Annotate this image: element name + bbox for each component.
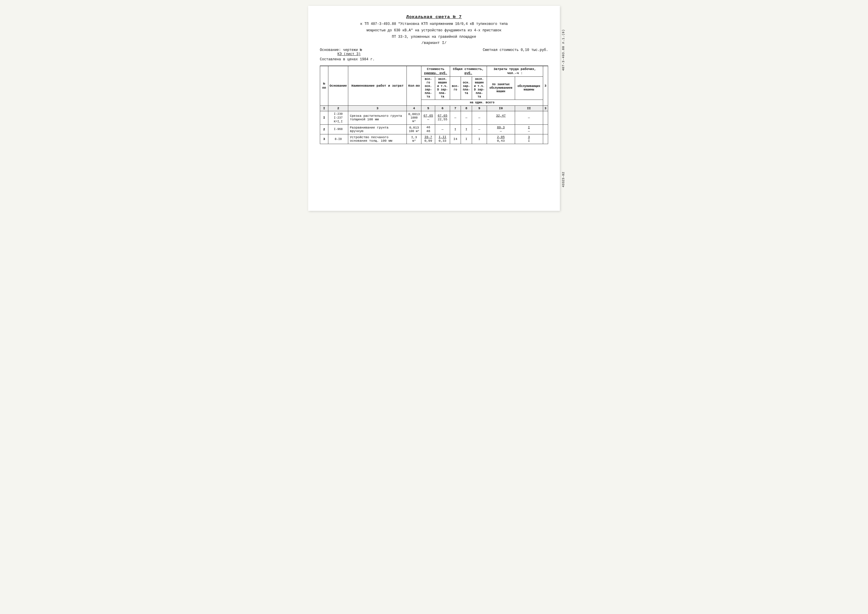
th-sbor: Сбщая стоимость,руб. [450,66,487,76]
col-num-10: I0 [487,106,515,111]
col-num-5: 5 [422,106,435,111]
row3-col6: I,II 0,33 [435,134,450,144]
row3-col8: I [461,134,472,144]
row2-col7: I [450,124,461,134]
compiled-label: Составлена в ценах 1984 г. [320,58,548,62]
col-num-8: 8 [461,106,472,111]
row3-col9: I [472,134,487,144]
row3-osnov: 8-I0 [329,134,348,144]
meta-row: Основание: чертежи № КЭ (лист 3) Сметная… [320,48,548,56]
th-naim: Наименование работ и затрат [348,66,407,106]
th-naed-vsego: на один. всего [422,99,543,106]
subtitle-line3: ПТ 33-3, уложенных на гравийной площадке [320,34,548,39]
row3-col11: 3 I [515,134,543,144]
main-table: №пп Основание Наименование работ и затра… [320,65,548,144]
th-col7-sub: все-го [450,76,461,99]
document-header: Локальная смета № 7 к ТП 407-3-493.88 "У… [320,15,548,45]
row2-col10: 89,3 — [487,124,515,134]
row1-col8: — [461,111,472,124]
row2-col12 [543,124,548,134]
row2-col5: 46 46 [422,124,435,134]
side-label-bottom: 43323-82 [562,172,565,187]
row1-col10: 32,47 [487,111,515,124]
subtitle-line1: к ТП 407-3-493.88 "Установка КТП напряже… [320,21,548,26]
col-num-1: I [320,106,329,111]
row2-nn: 2 [320,124,329,134]
th-col5-sub: все-гоосн.зар-пла-та [422,76,435,99]
col-num-4: 4 [407,106,422,111]
col-num-2: 2 [329,106,348,111]
subtitle-line2: мощностью до 630 кВ.А" на устройство фун… [320,28,548,33]
col-num-6: 6 [435,106,450,111]
variant-label: /вариант I/ [320,41,548,45]
document-page: 407-3-493.88 л.1.(8) 43323-82 Локальная … [308,6,560,211]
row3-col7: I4 [450,134,461,144]
th-zatr: Затраты труда рабочих,чол.-ч : [487,66,543,76]
osnov-label: Основание: чертежи № [320,48,362,52]
row3-kol: I,3м³ [407,134,422,144]
th-sum: 3 [543,66,548,106]
table-row: 3 8-I0 Устройство песчаногооснования тол… [320,134,548,144]
row2-kol: 0,013100 м³ [407,124,422,134]
document-title: Локальная смета № 7 [320,15,548,20]
th-stoimost: Стоимостьединиц. руб. [422,66,450,76]
table-row: 2 I-968 Разравнивание грунтавручную 0,01… [320,124,548,134]
row1-kol: 0,00131000 м³ [407,111,422,124]
side-label-top: 407-3-493.88 л.1.(8) [562,29,565,71]
row3-col10: 2,05 0,43 [487,134,515,144]
th-col9-sub: эксп.машини т.ч.D зар-пла-та [472,76,487,99]
th-osnov: Основание [329,66,348,106]
col-num-3: 3 [348,106,407,111]
row1-col5: 67,65 — [422,111,435,124]
stoimost-label: Сметная стоимость 0,10 тыс.руб. [483,48,548,56]
row2-osnov: I-968 [329,124,348,134]
col-num-3b: 3 [543,106,548,111]
th-col10-sub: по занятыхобслуживаниеммашин [487,76,515,99]
row3-col12 [543,134,548,144]
row1-col9: — [472,111,487,124]
col-num-9: 9 [472,106,487,111]
meta-left: Основание: чертежи № КЭ (лист 3) [320,48,362,56]
row1-col11: — [515,111,543,124]
row3-naim: Устройство песчаногооснования толщ. 100 … [348,134,407,144]
row1-osnov: I-230I-237K=I,I [329,111,348,124]
col-num-7: 7 [450,106,461,111]
row1-nn: I [320,111,329,124]
row2-col9: — [472,124,487,134]
row1-col6: 67,65 22,55 [435,111,450,124]
row1-col7: — [450,111,461,124]
th-col6-sub: эксп.машини т.ч.D зар-пла-та [435,76,450,99]
row3-col5: I0,7 0,99 [422,134,435,144]
table-row: I I-230I-237K=I,I Срезка растительного г… [320,111,548,124]
row2-col11: I — [515,124,543,134]
osnov-value: КЭ (лист 3) [338,52,362,56]
row3-nn: 3 [320,134,329,144]
th-col8-sub: осн.зар-пла-та [461,76,472,99]
row2-col8: I [461,124,472,134]
row1-col12 [543,111,548,124]
th-kol: Кол-во [407,66,422,106]
th-nn: №пп [320,66,329,106]
th-col11-sub: обслуживающихмашины [515,76,543,99]
row2-naim: Разравнивание грунтавручную [348,124,407,134]
row2-col6: — [435,124,450,134]
row1-naim: Срезка растительного грунтатолщиной 100 … [348,111,407,124]
col-num-11: II [515,106,543,111]
